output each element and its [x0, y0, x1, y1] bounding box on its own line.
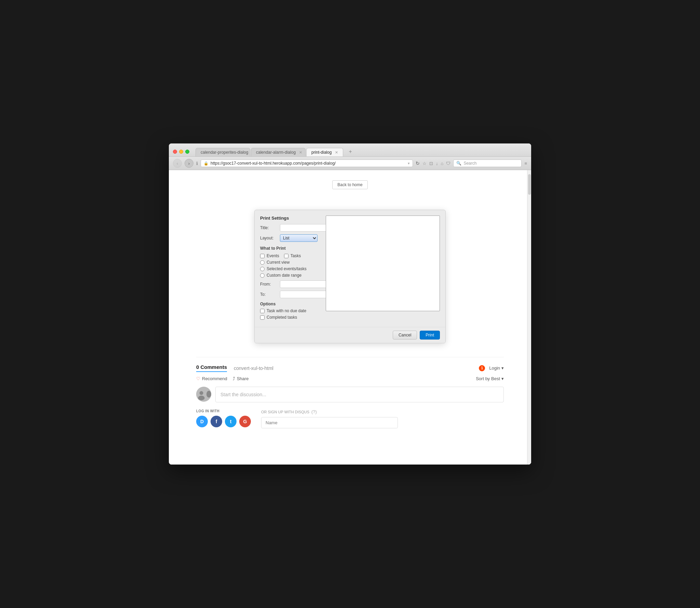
- svg-point-2: [198, 396, 205, 400]
- dialog-settings-panel: Print Settings Title: Layout: List Day: [255, 210, 323, 327]
- title-label: Title:: [260, 225, 277, 230]
- login-button[interactable]: Login ▾: [489, 365, 504, 371]
- dropdown-icon[interactable]: ▾: [408, 161, 410, 166]
- heart-icon: ♡: [196, 376, 200, 381]
- help-icon: (?): [311, 409, 317, 414]
- sort-label: Sort by Best: [476, 376, 500, 381]
- custom-date-radio[interactable]: [260, 273, 265, 278]
- completed-tasks-row: Completed tasks: [260, 315, 318, 320]
- maximize-window-button[interactable]: [185, 150, 189, 154]
- current-view-row: Current view: [260, 260, 318, 265]
- login-chevron-icon: ▾: [501, 365, 504, 371]
- comments-section: 0 Comments convert-xul-to-html 1 Login ▾: [196, 357, 504, 428]
- tab-calendar-properties[interactable]: calendar-properites-dialog ✕: [196, 148, 250, 156]
- back-to-home-link[interactable]: Back to home: [332, 180, 367, 189]
- recommend-button[interactable]: ♡ Recommend: [196, 376, 227, 381]
- dialog-preview-panel: [323, 210, 445, 327]
- share-label: Share: [237, 376, 249, 381]
- new-tab-button[interactable]: +: [345, 147, 355, 156]
- scrollbar-thumb[interactable]: [528, 174, 531, 195]
- close-window-button[interactable]: [173, 150, 177, 154]
- back-button[interactable]: ‹: [173, 159, 182, 168]
- auth-left: LOG IN WITH D f t G: [196, 409, 251, 428]
- scrollbar[interactable]: [527, 170, 531, 465]
- search-placeholder: Search: [463, 161, 476, 166]
- back-link-container: Back to home: [196, 180, 504, 199]
- to-row: To:: [260, 291, 318, 298]
- tab-close-icon[interactable]: ✕: [335, 150, 338, 155]
- layout-label: Layout:: [260, 236, 277, 240]
- tab-print-dialog[interactable]: print-dialog ✕: [306, 148, 343, 156]
- page-content: Back to home Print Settings Title:: [169, 170, 531, 465]
- cancel-button[interactable]: Cancel: [393, 331, 417, 340]
- custom-date-row: Custom date range: [260, 273, 318, 278]
- minimize-window-button[interactable]: [179, 150, 183, 154]
- comments-left: 0 Comments convert-xul-to-html: [196, 364, 273, 372]
- comment-placeholder: Start the discussion...: [220, 392, 266, 397]
- completed-tasks-checkbox[interactable]: [260, 315, 265, 320]
- comment-input[interactable]: Start the discussion...: [215, 387, 504, 402]
- browser-window: calendar-properites-dialog ✕ calendar-al…: [169, 143, 531, 465]
- tasks-label: Tasks: [291, 253, 301, 258]
- dialog-container: Print Settings Title: Layout: List Day: [196, 210, 504, 343]
- search-icon: 🔍: [456, 161, 461, 166]
- or-signup-label: OR SIGN UP WITH DISQUS: [261, 410, 309, 414]
- to-label: To:: [260, 292, 277, 297]
- forward-button[interactable]: ›: [185, 159, 193, 168]
- notification-badge: 1: [479, 365, 485, 371]
- events-tasks-row: Events Tasks: [260, 253, 318, 258]
- disqus-login-button[interactable]: D: [196, 416, 208, 427]
- shield-icon[interactable]: 🛡: [446, 161, 450, 166]
- auth-right: OR SIGN UP WITH DISQUS (?): [261, 409, 398, 428]
- comments-site: convert-xul-to-html: [234, 365, 273, 371]
- download-icon[interactable]: ↓: [436, 161, 438, 166]
- print-settings-title: Print Settings: [260, 216, 318, 221]
- share-button[interactable]: ⤴ Share: [233, 376, 249, 381]
- comments-header: 0 Comments convert-xul-to-html 1 Login ▾: [196, 364, 504, 372]
- selected-events-label: Selected events/tasks: [267, 266, 307, 271]
- task-no-due-date-label: Task with no due date: [267, 308, 306, 313]
- events-radio-row: Events: [260, 253, 279, 258]
- info-icon[interactable]: ℹ: [196, 161, 198, 166]
- events-checkbox[interactable]: [260, 254, 265, 258]
- auth-section: LOG IN WITH D f t G OR SIGN UP WITH DISQ…: [196, 409, 504, 428]
- facebook-login-button[interactable]: f: [211, 416, 222, 427]
- comments-actions: ♡ Recommend ⤴ Share Sort by Best ▾: [196, 376, 504, 381]
- address-field[interactable]: 🔒 https://gsoc17-convert-xul-to-html.her…: [201, 160, 413, 167]
- screenshot-icon[interactable]: ⊡: [429, 161, 433, 166]
- twitter-login-button[interactable]: t: [225, 416, 237, 427]
- bookmark-icon[interactable]: ☆: [422, 161, 427, 166]
- avatar-svg: [196, 387, 206, 402]
- tasks-checkbox[interactable]: [284, 254, 288, 258]
- login-label: Login: [489, 365, 500, 371]
- home-icon[interactable]: ⌂: [441, 161, 444, 166]
- tab-label: print-dialog: [311, 150, 332, 155]
- address-bar: ‹ › ℹ 🔒 https://gsoc17-convert-xul-to-ht…: [169, 157, 531, 170]
- menu-icon[interactable]: ≡: [524, 161, 527, 166]
- from-to-section: From: To:: [260, 280, 318, 298]
- toolbar-icons: ☆ ⊡ ↓ ⌂ 🛡: [422, 161, 450, 166]
- google-login-button[interactable]: G: [239, 416, 251, 427]
- what-to-print-title: What to Print: [260, 246, 318, 251]
- comments-count: 0 Comments: [196, 364, 227, 372]
- print-preview: [326, 216, 440, 311]
- tab-calendar-alarm[interactable]: calendar-alarm-dialog ✕: [251, 148, 306, 156]
- current-view-radio[interactable]: [260, 260, 265, 265]
- name-input[interactable]: [261, 417, 398, 428]
- selected-events-radio[interactable]: [260, 267, 265, 271]
- print-dialog: Print Settings Title: Layout: List Day: [254, 210, 446, 343]
- comments-right: 1 Login ▾: [479, 365, 504, 371]
- share-icon: ⤴: [233, 376, 235, 381]
- reload-button[interactable]: ↻: [416, 161, 420, 166]
- tasks-radio-row: Tasks: [284, 253, 301, 258]
- title-bar-top: calendar-properites-dialog ✕ calendar-al…: [173, 147, 527, 156]
- avatar: [196, 387, 211, 402]
- search-field[interactable]: 🔍 Search: [453, 160, 522, 167]
- sort-button[interactable]: Sort by Best ▾: [476, 376, 504, 381]
- layout-select[interactable]: List Day Week Month: [280, 234, 318, 242]
- options-title: Options: [260, 302, 318, 306]
- task-no-due-date-checkbox[interactable]: [260, 309, 265, 313]
- print-button[interactable]: Print: [420, 331, 440, 340]
- tab-close-icon[interactable]: ✕: [299, 150, 302, 155]
- selected-events-row: Selected events/tasks: [260, 266, 318, 271]
